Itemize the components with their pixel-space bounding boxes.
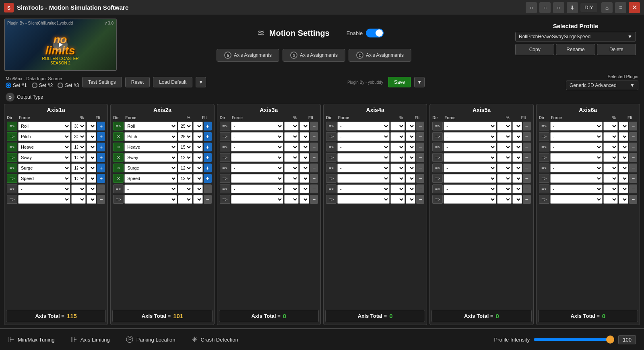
pct-select-0-6[interactable]: 51012151920253035404550 — [71, 184, 86, 193]
flt-select-0-2[interactable]: 12345 — [87, 143, 96, 151]
flt-select-5-3[interactable]: 12345 — [619, 153, 628, 162]
force-select-1-0[interactable]: -RollPitchHeaveSwaySurgeSpeed — [124, 122, 177, 130]
flt-select-2-5[interactable]: 12345 — [299, 174, 309, 183]
force-select-0-3[interactable]: -RollPitchHeaveSwaySurgeSpeed — [18, 153, 70, 162]
minus-btn-2-5[interactable]: − — [310, 174, 318, 183]
intensity-thumb[interactable] — [606, 336, 614, 344]
dir-btn-0-2[interactable]: => — [7, 143, 17, 151]
force-select-3-4[interactable]: -RollPitchHeaveSwaySurgeSpeed — [337, 164, 390, 172]
pct-select-2-4[interactable]: 51012151920253035404550 — [284, 164, 299, 172]
force-select-4-2[interactable]: -RollPitchHeaveSwaySurgeSpeed — [444, 143, 496, 151]
pct-select-1-0[interactable]: 51012151920253035404550 — [178, 122, 192, 130]
force-select-5-0[interactable]: -RollPitchHeaveSwaySurgeSpeed — [550, 122, 603, 130]
pct-select-3-7[interactable]: 51012151920253035404550 — [390, 195, 405, 204]
flt-select-1-6[interactable]: 12345 — [193, 184, 203, 193]
flt-select-2-6[interactable]: 12345 — [299, 184, 309, 193]
force-select-1-4[interactable]: -RollPitchHeaveSwaySurgeSpeed — [124, 164, 177, 172]
plus-btn-1-1[interactable]: + — [204, 132, 212, 141]
minus-btn-3-2[interactable]: − — [416, 143, 424, 151]
pct-select-0-2[interactable]: 51012151920253035404550 — [71, 143, 86, 151]
force-select-1-6[interactable]: -RollPitchHeaveSwaySurgeSpeed — [124, 184, 177, 193]
minus-btn-2-4[interactable]: − — [310, 164, 318, 172]
flt-select-3-0[interactable]: 12345 — [406, 122, 415, 130]
pct-select-3-0[interactable]: 51012151920253035404550 — [390, 122, 405, 130]
pct-select-0-7[interactable]: 51012151920253035404550 — [71, 195, 86, 204]
pct-select-1-7[interactable]: 51012151920253035404550 — [178, 195, 192, 204]
minus-btn-2-6[interactable]: − — [310, 184, 318, 193]
dir-btn-1-0[interactable]: => — [113, 122, 124, 130]
dir-btn-4-1[interactable]: => — [432, 132, 443, 141]
pct-select-2-5[interactable]: 51012151920253035404550 — [284, 174, 299, 183]
minus-btn-5-4[interactable]: − — [629, 164, 637, 172]
flt-select-5-5[interactable]: 12345 — [619, 174, 628, 183]
pct-select-0-1[interactable]: 51012151920253035404550 — [71, 132, 86, 141]
dir-btn-0-7[interactable]: => — [7, 195, 17, 204]
test-settings-button[interactable]: Test Settings — [82, 77, 122, 87]
force-select-4-5[interactable]: -RollPitchHeaveSwaySurgeSpeed — [444, 174, 496, 183]
flt-select-0-0[interactable]: 12345 — [87, 122, 96, 130]
force-select-5-3[interactable]: -RollPitchHeaveSwaySurgeSpeed — [550, 153, 603, 162]
force-select-2-3[interactable]: -RollPitchHeaveSwaySurgeSpeed — [231, 153, 283, 162]
flt-select-0-1[interactable]: 12345 — [87, 132, 96, 141]
radio-set3[interactable]: Set #3 — [58, 83, 79, 88]
dir-btn-1-3[interactable]: ✕ — [113, 153, 124, 162]
flt-select-2-1[interactable]: 12345 — [299, 132, 309, 141]
flt-select-5-6[interactable]: 12345 — [619, 184, 628, 193]
pct-select-5-0[interactable]: 51012151920253035404550 — [603, 122, 618, 130]
dir-btn-0-3[interactable]: => — [7, 153, 17, 162]
dir-btn-2-4[interactable]: => — [220, 164, 230, 172]
flt-select-0-3[interactable]: 12345 — [87, 153, 96, 162]
pct-select-0-5[interactable]: 51012151920253035404550 — [71, 174, 86, 183]
pct-select-2-6[interactable]: 51012151920253035404550 — [284, 184, 299, 193]
force-select-0-0[interactable]: -RollPitchHeaveSwaySurgeSpeed — [18, 122, 70, 130]
circle-btn-2[interactable]: ○ — [539, 2, 551, 13]
flt-select-1-0[interactable]: 12345 — [193, 122, 203, 130]
pct-select-5-6[interactable]: 51012151920253035404550 — [603, 184, 618, 193]
minus-btn-5-3[interactable]: − — [629, 153, 637, 162]
dir-btn-5-2[interactable]: => — [539, 143, 549, 151]
plus-btn-1-3[interactable]: + — [204, 153, 212, 162]
crash-detection-item[interactable]: ✳ Crash Detection — [192, 335, 238, 344]
minus-btn-4-3[interactable]: − — [523, 153, 531, 162]
pct-select-3-5[interactable]: 51012151920253035404550 — [390, 174, 405, 183]
minus-btn-2-1[interactable]: − — [310, 132, 318, 141]
force-select-3-6[interactable]: -RollPitchHeaveSwaySurgeSpeed — [337, 184, 390, 193]
flt-select-2-7[interactable]: 12345 — [299, 195, 309, 204]
force-select-2-7[interactable]: -RollPitchHeaveSwaySurgeSpeed — [231, 195, 283, 204]
plus-btn-0-4[interactable]: + — [97, 164, 105, 172]
minus-btn-4-2[interactable]: − — [523, 143, 531, 151]
plus-btn-0-2[interactable]: + — [97, 143, 105, 151]
dir-btn-5-6[interactable]: => — [539, 184, 549, 193]
dir-btn-3-4[interactable]: => — [326, 164, 336, 172]
dir-btn-3-2[interactable]: => — [326, 143, 336, 151]
copy-button[interactable]: Copy — [515, 44, 554, 55]
dir-btn-3-7[interactable]: => — [326, 195, 336, 204]
flt-select-4-4[interactable]: 12345 — [512, 164, 522, 172]
dir-btn-5-4[interactable]: => — [539, 164, 549, 172]
dir-btn-3-3[interactable]: => — [326, 153, 336, 162]
minus-btn-0-6[interactable]: − — [97, 184, 105, 193]
force-select-0-4[interactable]: -RollPitchHeaveSwaySurgeSpeed — [18, 164, 70, 172]
plus-btn-1-2[interactable]: + — [204, 143, 212, 151]
dir-btn-1-2[interactable]: ✕ — [113, 143, 124, 151]
plus-btn-0-5[interactable]: + — [97, 174, 105, 183]
rename-button[interactable]: Rename — [556, 44, 595, 55]
flt-select-4-6[interactable]: 12345 — [512, 184, 522, 193]
pct-select-3-3[interactable]: 51012151920253035404550 — [390, 153, 405, 162]
dir-btn-4-2[interactable]: => — [432, 143, 443, 151]
minus-btn-4-0[interactable]: − — [523, 122, 531, 130]
dir-btn-0-1[interactable]: => — [7, 132, 17, 141]
force-select-1-1[interactable]: -RollPitchHeaveSwaySurgeSpeed — [124, 132, 177, 141]
pct-select-4-1[interactable]: 51012151920253035404550 — [497, 132, 512, 141]
force-select-1-7[interactable]: -RollPitchHeaveSwaySurgeSpeed — [124, 195, 177, 204]
dir-btn-1-1[interactable]: ✕ — [113, 132, 124, 141]
flt-select-1-1[interactable]: 12345 — [193, 132, 203, 141]
force-select-1-3[interactable]: -RollPitchHeaveSwaySurgeSpeed — [124, 153, 177, 162]
minus-btn-2-2[interactable]: − — [310, 143, 318, 151]
dir-btn-2-1[interactable]: => — [220, 132, 230, 141]
pct-select-5-3[interactable]: 51012151920253035404550 — [603, 153, 618, 162]
force-select-3-5[interactable]: -RollPitchHeaveSwaySurgeSpeed — [337, 174, 390, 183]
flt-select-1-4[interactable]: 12345 — [193, 164, 203, 172]
pct-select-4-6[interactable]: 51012151920253035404550 — [497, 184, 512, 193]
flt-select-4-7[interactable]: 12345 — [512, 195, 522, 204]
